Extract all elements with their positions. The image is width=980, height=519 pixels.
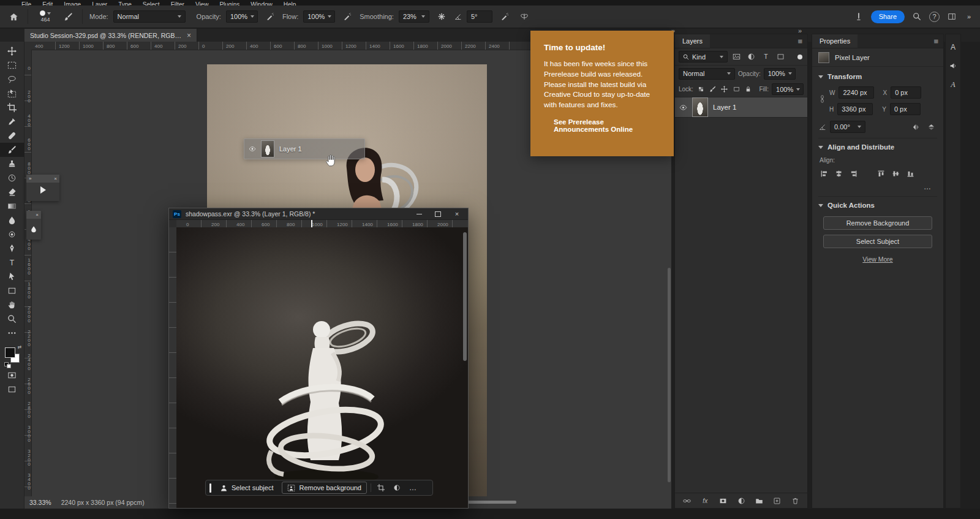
floating-document-window[interactable]: Ps shadowpass.exr @ 33.3% (Layer 1, RGB/…	[168, 208, 469, 509]
workspace-layout-icon[interactable]	[944, 9, 959, 24]
hand-tool[interactable]	[0, 298, 24, 312]
align-center-vertical-icon[interactable]	[890, 168, 902, 179]
smoothing-dropdown[interactable]: 23%	[399, 10, 429, 23]
foreground-color-swatch[interactable]	[5, 347, 15, 358]
view-more-link[interactable]: View More	[818, 256, 937, 263]
align-left-icon[interactable]	[818, 168, 830, 179]
brush-tool[interactable]	[0, 143, 24, 157]
align-bottom-icon[interactable]	[905, 168, 916, 179]
transform-section-header[interactable]: Transform	[818, 73, 937, 80]
contextual-task-bar[interactable]: Select subject Remove background …	[205, 480, 433, 496]
airbrush-icon[interactable]	[340, 9, 355, 24]
opacity-dropdown[interactable]: 100%	[226, 10, 258, 23]
brush-preset-picker[interactable]: 464	[35, 10, 56, 23]
flow-dropdown[interactable]: 100%	[303, 10, 335, 23]
announcements-panel-icon[interactable]	[949, 62, 957, 70]
quick-actions-section-header[interactable]: Quick Actions	[818, 202, 937, 209]
width-input[interactable]: 2240 px	[839, 86, 874, 99]
brush-settings-panel-icon[interactable]	[61, 9, 75, 24]
close-tab-icon[interactable]: ×	[187, 31, 191, 40]
menu-item[interactable]: Edit	[37, 0, 58, 6]
flip-vertical-icon[interactable]	[925, 121, 937, 132]
select-subject-button[interactable]: Select subject	[215, 482, 278, 494]
lock-all-icon[interactable]	[744, 84, 752, 95]
help-icon[interactable]: ?	[929, 12, 940, 22]
blur-tool[interactable]	[0, 213, 24, 227]
layer-drag-ghost[interactable]: Layer 1	[244, 138, 365, 159]
spot-healing-brush-tool[interactable]	[0, 129, 24, 143]
document-tab[interactable]: Studio Session-329.psd @ 33.3% (RENDER, …	[24, 29, 197, 42]
select-subject-button[interactable]: Select Subject	[823, 235, 932, 248]
tab-properties[interactable]: Properties	[812, 34, 858, 48]
layer-effects-icon[interactable]: fx	[699, 495, 711, 506]
layer-thumbnail[interactable]	[692, 97, 708, 117]
flip-horizontal-icon[interactable]	[910, 121, 922, 132]
menu-item[interactable]: Plugins	[214, 0, 245, 6]
panel-menu-icon[interactable]: ≡	[793, 34, 807, 48]
link-layers-icon[interactable]	[681, 495, 693, 506]
tab-layers[interactable]: Layers	[675, 34, 710, 48]
more-options-icon[interactable]: …	[407, 482, 419, 494]
stylus-icon[interactable]	[851, 9, 866, 24]
x-input[interactable]: 0 px	[891, 86, 921, 99]
menu-item[interactable]: Type	[113, 0, 137, 6]
drag-handle[interactable]	[209, 483, 211, 493]
delete-layer-icon[interactable]	[790, 495, 801, 506]
home-icon[interactable]	[6, 9, 21, 24]
more-tools-icon[interactable]	[0, 326, 24, 340]
layer-name[interactable]: Layer 1	[713, 104, 736, 111]
angle-input[interactable]: 5°	[467, 10, 492, 23]
pressure-size-icon[interactable]	[497, 9, 512, 24]
collapse-icon[interactable]: »	[29, 176, 31, 181]
adjustments-icon[interactable]	[391, 482, 403, 494]
align-top-icon[interactable]	[875, 168, 887, 179]
clone-stamp-tool[interactable]	[0, 157, 24, 171]
minimize-window-icon[interactable]	[412, 209, 426, 219]
eraser-tool[interactable]	[0, 185, 24, 199]
pressure-opacity-icon[interactable]	[263, 9, 277, 24]
filter-shape-layers-icon[interactable]	[775, 51, 786, 63]
crop-icon[interactable]	[375, 482, 387, 494]
blend-mode-dropdown[interactable]: Normal	[679, 68, 735, 80]
rectangular-marquee-tool[interactable]	[0, 58, 24, 72]
lock-artboard-icon[interactable]	[732, 84, 741, 95]
mode-dropdown[interactable]: Normal	[113, 10, 186, 23]
path-selection-tool[interactable]	[0, 270, 24, 284]
swap-colors-icon[interactable]: ⇄	[18, 344, 22, 350]
lock-position-icon[interactable]	[720, 84, 729, 95]
prerelease-announcements-link[interactable]: See Prerelease Announcements Online	[554, 118, 652, 133]
layer-mask-icon[interactable]	[717, 495, 729, 506]
menu-item[interactable]: Image	[58, 0, 86, 6]
window-vertical-scrollbar[interactable]	[463, 232, 467, 361]
gear-icon[interactable]	[434, 9, 449, 24]
lasso-tool[interactable]	[0, 72, 24, 86]
close-window-icon[interactable]: ×	[450, 209, 464, 219]
align-right-icon[interactable]	[848, 168, 859, 179]
type-tool[interactable]	[0, 256, 24, 270]
rectangle-tool[interactable]	[0, 284, 24, 298]
height-input[interactable]: 3360 px	[837, 103, 873, 115]
lock-transparency-icon[interactable]	[696, 84, 705, 95]
gradient-tool[interactable]	[0, 199, 24, 213]
menu-item[interactable]: File	[16, 0, 37, 6]
maximize-window-icon[interactable]	[431, 209, 445, 219]
character-panel-icon[interactable]: A	[951, 43, 956, 51]
align-center-horizontal-icon[interactable]	[833, 168, 845, 179]
eyedropper-tool[interactable]	[0, 115, 24, 129]
adjustment-layer-icon[interactable]	[736, 495, 747, 506]
object-selection-tool[interactable]	[0, 86, 24, 100]
link-dimensions-icon[interactable]	[818, 95, 826, 103]
menu-item[interactable]: View	[190, 0, 214, 6]
align-section-header[interactable]: Align and Distribute	[818, 143, 937, 151]
color-swatches[interactable]: ⇄	[0, 344, 24, 368]
align-more-options-icon[interactable]: …	[818, 183, 937, 191]
panel-menu-icon[interactable]: ≡	[929, 34, 943, 48]
glyphs-panel-icon[interactable]: A	[951, 80, 955, 89]
paint-symmetry-icon[interactable]	[517, 9, 532, 24]
collapse-options-icon[interactable]: »	[964, 9, 974, 24]
play-icon[interactable]	[40, 186, 46, 194]
pen-tool[interactable]	[0, 241, 24, 256]
window-canvas[interactable]: Select subject Remove background …	[176, 227, 468, 508]
filter-type-layers-icon[interactable]	[760, 51, 772, 63]
window-title-bar[interactable]: Ps shadowpass.exr @ 33.3% (Layer 1, RGB/…	[169, 208, 468, 220]
